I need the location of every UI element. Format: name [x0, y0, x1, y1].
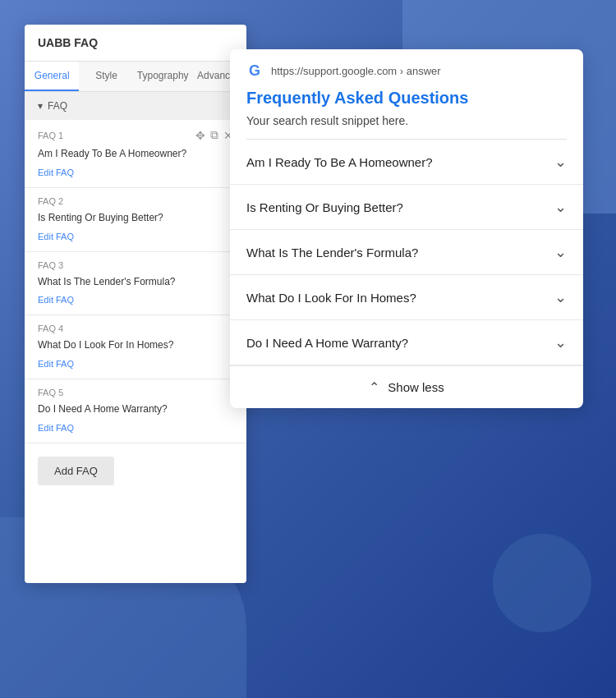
chevron-down-icon-5: ⌄: [554, 333, 567, 351]
faq-result-row-5[interactable]: Do I Need A Home Warranty? ⌄: [230, 320, 583, 365]
faq-item-1-header: FAQ 1 ✥ ⧉ ✕: [38, 128, 233, 142]
faq-item-1: FAQ 1 ✥ ⧉ ✕ Am I Ready To Be A Homeowner…: [25, 120, 246, 188]
faq-result-title-1: Am I Ready To Be A Homeowner?: [246, 155, 433, 169]
faq-item-3-header: FAQ 3: [38, 260, 233, 270]
google-url: https://support.google.com › answer: [271, 65, 441, 77]
faq-item-3: FAQ 3 What Is The Lender's Formula? Edit…: [25, 252, 246, 316]
add-faq-button[interactable]: Add FAQ: [38, 457, 114, 485]
google-page-title: Frequently Asked Questions: [230, 89, 583, 114]
move-icon[interactable]: ✥: [195, 129, 205, 142]
faq-item-5-title: Do I Need A Home Warranty?: [38, 402, 233, 416]
faq-item-5-label: FAQ 5: [38, 388, 63, 397]
show-less-button[interactable]: Show less: [388, 380, 444, 394]
bg-decoration-3: [493, 534, 591, 632]
faq-result-title-2: Is Renting Or Buying Better?: [246, 200, 403, 214]
chevron-down-icon-4: ⌄: [554, 288, 567, 306]
panel-tabs: General Style Typography Advanced: [25, 62, 246, 92]
google-snippet: Your search result snippet here.: [230, 114, 583, 139]
faq-result-title-5: Do I Need A Home Warranty?: [246, 336, 408, 350]
panel-title: UABB FAQ: [25, 25, 246, 62]
section-label: FAQ: [48, 100, 67, 112]
faq-item-1-edit-link[interactable]: Edit FAQ: [38, 168, 74, 177]
faq-result-title-3: What Is The Lender's Formula?: [246, 246, 418, 259]
faq-item-4-title: What Do I Look For In Homes?: [38, 338, 233, 352]
chevron-up-icon: ⌃: [369, 379, 379, 395]
chevron-down-icon-3: ⌄: [554, 243, 567, 261]
left-panel: UABB FAQ General Style Typography Advanc…: [25, 25, 246, 583]
faq-item-2: FAQ 2 Is Renting Or Buying Better? Edit …: [25, 188, 246, 252]
faq-item-4-edit-link[interactable]: Edit FAQ: [38, 359, 74, 369]
faq-section-header: ▾ FAQ: [25, 92, 246, 120]
faq-result-row-3[interactable]: What Is The Lender's Formula? ⌄: [230, 230, 583, 275]
faq-item-1-title: Am I Ready To Be A Homeowner?: [38, 147, 233, 161]
faq-result-row-4[interactable]: What Do I Look For In Homes? ⌄: [230, 275, 583, 320]
faq-item-1-label: FAQ 1: [38, 131, 63, 140]
faq-item-1-actions: ✥ ⧉ ✕: [195, 128, 233, 142]
faq-item-3-edit-link[interactable]: Edit FAQ: [38, 295, 74, 305]
faq-item-5-edit-link[interactable]: Edit FAQ: [38, 423, 74, 433]
faq-result-title-4: What Do I Look For In Homes?: [246, 291, 416, 305]
tab-style[interactable]: Style: [79, 62, 133, 91]
copy-icon[interactable]: ⧉: [210, 128, 218, 142]
faq-item-2-label: FAQ 2: [38, 196, 63, 206]
show-less-row[interactable]: ⌃ Show less: [230, 365, 583, 408]
faq-item-5-header: FAQ 5: [38, 388, 233, 397]
right-panel: G https://support.google.com › answer Fr…: [230, 49, 583, 408]
faq-item-3-label: FAQ 3: [38, 260, 63, 270]
faq-item-2-header: FAQ 2: [38, 196, 233, 206]
chevron-down-icon-2: ⌄: [554, 198, 567, 216]
faq-item-5: FAQ 5 Do I Need A Home Warranty? Edit FA…: [25, 379, 246, 443]
tab-general[interactable]: General: [25, 62, 79, 91]
tab-typography[interactable]: Typography: [134, 62, 192, 91]
faq-item-3-title: What Is The Lender's Formula?: [38, 275, 233, 289]
faq-item-4-header: FAQ 4: [38, 324, 233, 333]
faq-item-4: FAQ 4 What Do I Look For In Homes? Edit …: [25, 315, 246, 379]
faq-result-row-2[interactable]: Is Renting Or Buying Better? ⌄: [230, 185, 583, 230]
faq-item-4-label: FAQ 4: [38, 324, 63, 333]
faq-item-2-edit-link[interactable]: Edit FAQ: [38, 232, 74, 241]
google-header: G https://support.google.com › answer: [230, 49, 583, 89]
google-logo-icon: G: [246, 62, 263, 79]
faq-result-row-1[interactable]: Am I Ready To Be A Homeowner? ⌄: [230, 140, 583, 185]
chevron-down-icon-1: ⌄: [554, 153, 567, 171]
collapse-icon[interactable]: ▾: [38, 100, 43, 112]
faq-item-2-title: Is Renting Or Buying Better?: [38, 211, 233, 225]
